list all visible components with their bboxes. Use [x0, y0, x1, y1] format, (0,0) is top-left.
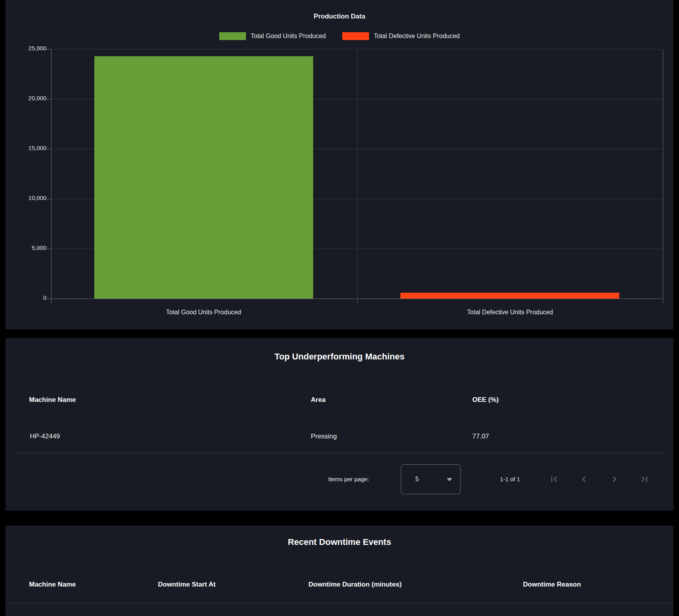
last-page-icon: [639, 474, 650, 485]
chevron-right-icon: [609, 474, 620, 485]
column-header-downtime-reason: Downtime Reason: [523, 581, 581, 588]
defective-units-swatch: [342, 32, 369, 40]
y-tickmark: [46, 149, 51, 149]
y-tick-5000: 5,000: [6, 244, 46, 251]
row-divider: [15, 453, 664, 453]
section-title: Top Underperforming Machines: [6, 352, 673, 362]
items-per-page-label: Items per page:: [328, 476, 369, 482]
page-size-select[interactable]: 5: [401, 464, 461, 494]
recent-downtime-card: Recent Downtime Events Machine Name Down…: [6, 526, 673, 616]
chart-legend: Total Good Units Produced Total Defectiv…: [6, 32, 673, 40]
bar-good-units: [94, 56, 313, 299]
underperforming-machines-card: Top Underperforming Machines Machine Nam…: [6, 338, 673, 511]
chevron-down-icon: [447, 478, 452, 481]
header-divider: [6, 603, 673, 603]
y-tickmark: [46, 299, 51, 299]
y-tick-0: 0: [6, 294, 46, 301]
production-chart-card: Production Data Total Good Units Produce…: [6, 0, 673, 330]
legend-label: Total Defective Units Produced: [374, 33, 460, 40]
plot-right-border: [663, 49, 663, 304]
plot-area: [51, 49, 663, 299]
first-page-icon: [549, 474, 560, 485]
good-units-swatch: [219, 32, 246, 40]
y-tick-15000: 15,000: [6, 145, 46, 151]
chevron-left-icon: [578, 474, 589, 485]
column-header-downtime-start: Downtime Start At: [158, 581, 216, 588]
column-header-machine-name: Machine Name: [29, 581, 76, 588]
first-page-button[interactable]: [548, 473, 560, 486]
y-tick-25000: 25,000: [6, 45, 46, 51]
column-header-area: Area: [311, 396, 326, 404]
y-tickmark: [46, 49, 51, 50]
cell-machine-name: HP-42449: [30, 433, 60, 440]
next-page-button[interactable]: [608, 473, 621, 486]
x-tickmark: [357, 299, 358, 304]
cell-area: Pressing: [311, 433, 337, 440]
x-axis-line: [51, 299, 663, 299]
legend-item-good-units[interactable]: Total Good Units Produced: [219, 32, 326, 40]
column-header-oee: OEE (%): [472, 396, 499, 404]
x-label-defective-units: Total Defective Units Produced: [392, 309, 628, 316]
legend-label: Total Good Units Produced: [251, 33, 326, 40]
cell-oee: 77.07: [472, 433, 489, 440]
y-tickmark: [46, 249, 51, 249]
legend-item-defective-units[interactable]: Total Defective Units Produced: [342, 32, 460, 40]
y-tickmark: [46, 199, 51, 199]
column-header-machine-name: Machine Name: [29, 396, 76, 404]
column-header-downtime-duration: Downtime Duration (minutes): [308, 581, 402, 588]
y-tickmark: [46, 99, 51, 99]
section-title: Recent Downtime Events: [6, 537, 673, 547]
y-tick-10000: 10,000: [6, 194, 46, 201]
bar-defective-units: [400, 293, 619, 299]
last-page-button[interactable]: [638, 473, 651, 486]
paginator-range-label: 1-1 of 1: [490, 476, 530, 482]
previous-page-button[interactable]: [578, 473, 590, 486]
y-tick-20000: 20,000: [6, 95, 46, 101]
x-label-good-units: Total Good Units Produced: [86, 309, 321, 316]
chart-title: Production Data: [6, 13, 673, 20]
page-size-value: 5: [415, 465, 419, 494]
